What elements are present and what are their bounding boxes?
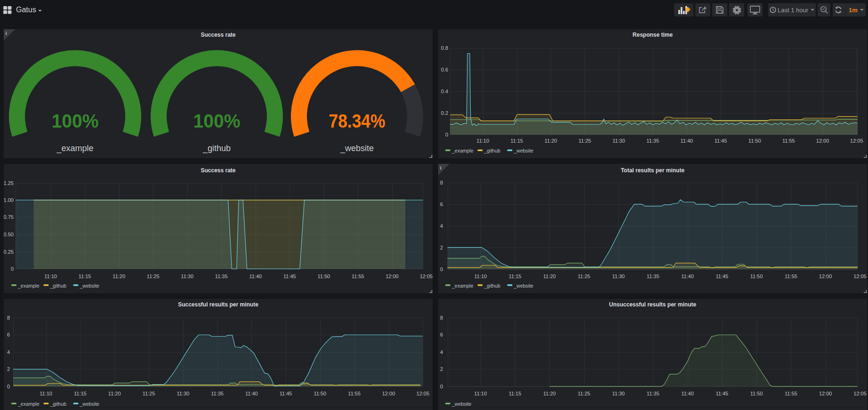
svg-text:_website: _website	[514, 283, 534, 289]
svg-text:0.2: 0.2	[441, 110, 448, 116]
svg-text:0.8: 0.8	[441, 45, 448, 51]
svg-text:11:25: 11:25	[143, 391, 155, 396]
svg-text:2: 2	[440, 245, 443, 250]
svg-text:11:40: 11:40	[245, 391, 258, 396]
svg-text:2: 2	[440, 366, 443, 372]
svg-text:0.4: 0.4	[441, 88, 448, 94]
svg-text:11:30: 11:30	[181, 273, 193, 279]
svg-text:6: 6	[440, 201, 443, 207]
svg-text:11:20: 11:20	[108, 391, 121, 396]
svg-text:12:05: 12:05	[853, 391, 867, 396]
svg-text:i: i	[6, 31, 7, 36]
svg-text:11:25: 11:25	[578, 391, 590, 396]
svg-text:_github: _github	[483, 283, 500, 289]
svg-text:11:50: 11:50	[750, 391, 763, 396]
svg-text:11:15: 11:15	[511, 138, 523, 144]
svg-text:11:30: 11:30	[177, 391, 189, 396]
svg-text:12:05: 12:05	[420, 273, 433, 279]
svg-text:11:50: 11:50	[317, 273, 330, 279]
svg-text:0.75: 0.75	[4, 214, 14, 220]
svg-text:8: 8	[7, 315, 10, 321]
svg-text:12:00: 12:00	[819, 273, 832, 279]
svg-text:8: 8	[440, 315, 443, 321]
svg-text:_example: _example	[17, 401, 40, 407]
svg-text:0: 0	[440, 384, 443, 389]
svg-text:100%: 100%	[52, 110, 99, 132]
svg-text:11:35: 11:35	[215, 273, 228, 279]
svg-text:11:55: 11:55	[348, 391, 361, 396]
svg-text:_website: _website	[80, 401, 100, 407]
svg-text:11:20: 11:20	[545, 138, 557, 144]
svg-text:12:05: 12:05	[850, 138, 863, 144]
svg-text:11:10: 11:10	[476, 138, 489, 144]
svg-text:11:35: 11:35	[647, 391, 659, 396]
svg-text:11:15: 11:15	[509, 391, 522, 396]
svg-text:11:40: 11:40	[249, 273, 262, 279]
svg-text:4: 4	[440, 223, 443, 229]
svg-text:11:15: 11:15	[509, 273, 522, 279]
svg-text:_github: _github	[483, 148, 500, 153]
svg-text:11:45: 11:45	[715, 391, 728, 396]
svg-text:100%: 100%	[193, 110, 241, 132]
svg-text:11:15: 11:15	[74, 391, 87, 396]
svg-text:11:10: 11:10	[40, 391, 52, 396]
svg-text:12:05: 12:05	[417, 391, 430, 396]
svg-text:i: i	[440, 166, 442, 170]
svg-text:8: 8	[440, 180, 443, 185]
svg-text:_example: _example	[17, 283, 40, 289]
svg-text:11:30: 11:30	[612, 391, 625, 396]
svg-text:11:10: 11:10	[44, 273, 57, 279]
svg-text:0: 0	[440, 266, 443, 272]
svg-text:11:40: 11:40	[680, 138, 693, 144]
svg-text:11:50: 11:50	[314, 391, 327, 396]
svg-text:11:10: 11:10	[474, 273, 487, 279]
svg-text:4: 4	[7, 349, 10, 355]
svg-text:11:55: 11:55	[785, 391, 797, 396]
svg-text:0: 0	[7, 384, 10, 389]
svg-text:6: 6	[7, 332, 10, 338]
svg-text:1.25: 1.25	[4, 180, 14, 186]
svg-text:0: 0	[11, 266, 14, 272]
svg-text:11:50: 11:50	[748, 138, 761, 144]
svg-text:_github: _github	[49, 283, 66, 289]
svg-text:_github: _github	[202, 144, 231, 153]
svg-text:12:00: 12:00	[386, 273, 399, 279]
svg-text:11:10: 11:10	[474, 391, 487, 396]
svg-text:11:55: 11:55	[782, 138, 795, 144]
svg-text:11:45: 11:45	[715, 273, 728, 279]
svg-text:11:20: 11:20	[543, 391, 556, 396]
svg-text:11:25: 11:25	[578, 273, 590, 279]
svg-text:12:00: 12:00	[382, 391, 395, 396]
svg-text:11:25: 11:25	[579, 138, 591, 144]
svg-text:_example: _example	[451, 148, 474, 153]
svg-text:11:35: 11:35	[646, 138, 659, 144]
svg-text:11:55: 11:55	[352, 273, 364, 279]
svg-text:11:45: 11:45	[283, 273, 296, 279]
svg-text:11:20: 11:20	[543, 273, 556, 279]
svg-text:11:40: 11:40	[681, 391, 694, 396]
svg-text:11:45: 11:45	[280, 391, 292, 396]
svg-text:11:55: 11:55	[785, 273, 797, 279]
svg-text:_website: _website	[451, 401, 472, 407]
svg-text:_example: _example	[451, 283, 474, 289]
svg-text:0.50: 0.50	[4, 232, 14, 237]
svg-text:0.25: 0.25	[4, 249, 14, 255]
svg-text:11:25: 11:25	[147, 273, 160, 279]
svg-text:_example: _example	[56, 144, 93, 153]
svg-text:12:05: 12:05	[853, 273, 867, 279]
svg-text:11:20: 11:20	[113, 273, 125, 279]
svg-text:12:00: 12:00	[819, 391, 832, 396]
svg-text:78.34%: 78.34%	[329, 110, 386, 132]
svg-text:2: 2	[7, 366, 10, 372]
svg-text:6: 6	[440, 332, 443, 338]
svg-text:_website: _website	[80, 283, 100, 289]
svg-text:11:35: 11:35	[211, 391, 224, 396]
svg-text:11:50: 11:50	[750, 273, 763, 279]
svg-text:11:35: 11:35	[647, 273, 659, 279]
svg-text:1.00: 1.00	[4, 197, 14, 203]
svg-text:11:40: 11:40	[681, 273, 694, 279]
svg-text:11:15: 11:15	[79, 273, 91, 279]
svg-text:_website: _website	[340, 144, 374, 153]
svg-text:11:45: 11:45	[715, 138, 727, 144]
svg-text:_github: _github	[49, 401, 66, 407]
